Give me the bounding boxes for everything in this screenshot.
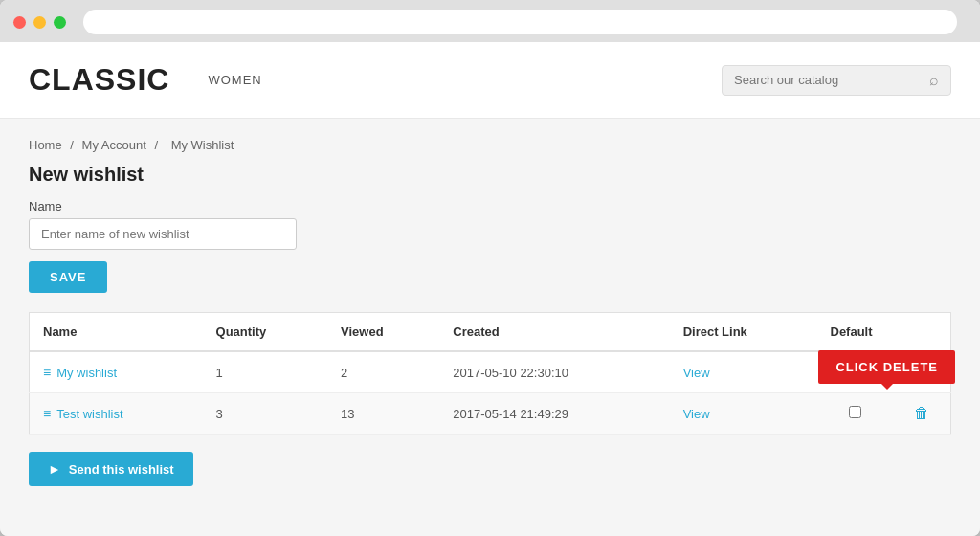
wishlist-row-name: Test wishlist (56, 407, 122, 421)
wishlist-table: Name Quantity Viewed Created Direct Link… (29, 312, 951, 435)
page-content: CLASSIC WOMEN ⌕ Home / My Account / My W… (0, 42, 980, 536)
name-label: Name (29, 199, 951, 213)
table-row: ≡ My wishlist 1 2 2017-05-10 22:30:10 Vi… (30, 351, 951, 393)
wishlist-name-cell: ≡ My wishlist (30, 351, 203, 393)
search-bar: ⌕ (722, 65, 951, 96)
wishlist-actions-cell: 🗑 (894, 393, 951, 435)
wishlist-created-cell: 2017-05-10 22:30:10 (439, 351, 669, 393)
new-wishlist-form: Name SAVE (29, 199, 951, 312)
wishlist-quantity-cell: 3 (203, 393, 327, 435)
send-button-label: Send this wishlist (69, 462, 174, 477)
browser-window: CLASSIC WOMEN ⌕ Home / My Account / My W… (0, 0, 980, 536)
page-title: New wishlist (29, 164, 951, 186)
wishlist-name-link[interactable]: ≡ Test wishlist (43, 406, 189, 421)
click-delete-tooltip[interactable]: CLICK DELETE (818, 350, 955, 384)
main-content: Home / My Account / My Wishlist New wish… (0, 119, 980, 536)
send-icon: ► (48, 461, 61, 477)
wishlist-view-link[interactable]: View (683, 366, 710, 380)
list-icon: ≡ (43, 406, 51, 421)
breadcrumb: Home / My Account / My Wishlist (29, 138, 951, 152)
header-left: CLASSIC WOMEN (29, 62, 262, 98)
save-button[interactable]: SAVE (29, 261, 107, 293)
wishlist-row-name: My wishlist (56, 366, 117, 380)
browser-chrome (0, 0, 980, 42)
col-header-created: Created (439, 313, 669, 352)
breadcrumb-my-account[interactable]: My Account (82, 138, 146, 152)
minimize-button-icon[interactable] (33, 16, 46, 29)
search-input[interactable] (734, 73, 929, 87)
default-checkbox[interactable] (849, 406, 861, 418)
wishlist-link-cell: View (670, 393, 817, 435)
breadcrumb-sep-1: / (70, 138, 74, 152)
nav-women[interactable]: WOMEN (208, 73, 261, 87)
wishlist-view-link[interactable]: View (683, 407, 710, 421)
col-header-default: Default (817, 313, 894, 352)
table-header-row: Name Quantity Viewed Created Direct Link… (30, 313, 951, 352)
col-header-direct-link: Direct Link (670, 313, 817, 352)
wishlist-default-cell (817, 393, 894, 435)
col-header-name: Name (30, 313, 203, 352)
breadcrumb-my-wishlist: My Wishlist (171, 138, 234, 152)
col-header-viewed: Viewed (327, 313, 439, 352)
wishlist-name-input[interactable] (29, 218, 297, 250)
breadcrumb-sep-2: / (154, 138, 158, 152)
send-wishlist-button[interactable]: ► Send this wishlist (29, 452, 193, 486)
maximize-button-icon[interactable] (54, 16, 66, 29)
close-button-icon[interactable] (13, 16, 26, 29)
breadcrumb-home[interactable]: Home (29, 138, 62, 152)
site-header: CLASSIC WOMEN ⌕ (0, 42, 980, 119)
wishlist-viewed-cell: 13 (327, 393, 439, 435)
delete-icon[interactable]: 🗑 (914, 405, 929, 421)
wishlist-link-cell: View (670, 351, 817, 393)
wishlist-name-link[interactable]: ≡ My wishlist (43, 365, 189, 380)
wishlist-created-cell: 2017-05-14 21:49:29 (439, 393, 669, 435)
search-icon[interactable]: ⌕ (929, 72, 939, 89)
site-logo[interactable]: CLASSIC (29, 62, 169, 98)
wishlist-name-cell: ≡ Test wishlist (30, 393, 203, 435)
col-header-quantity: Quantity (203, 313, 327, 352)
col-header-actions (894, 313, 951, 352)
list-icon: ≡ (43, 365, 51, 380)
wishlist-viewed-cell: 2 (327, 351, 439, 393)
wishlist-actions-cell: 🗑 CLICK DELETE (894, 351, 951, 393)
wishlist-quantity-cell: 1 (203, 351, 327, 393)
table-row: ≡ Test wishlist 3 13 2017-05-14 21:49:29… (30, 393, 951, 435)
address-bar[interactable] (83, 10, 957, 34)
